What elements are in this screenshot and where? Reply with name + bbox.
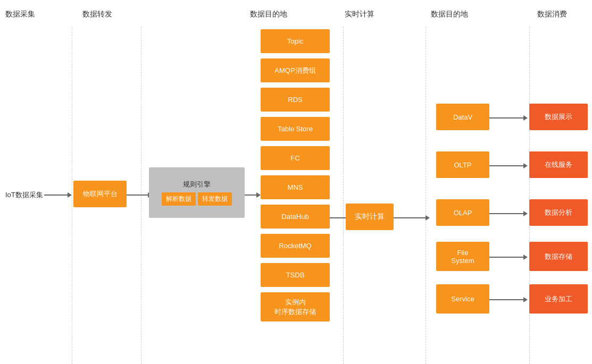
dest2-filesystem: FileSystem [436, 242, 489, 271]
header-col4: 实时计算 [345, 10, 374, 19]
header-col6: 数据消费 [537, 10, 567, 19]
dest-fc: FC [261, 146, 330, 170]
rule-engine-box: 规则引擎 解析数据 转发数据 [149, 167, 245, 218]
header-col5: 数据目的地 [431, 10, 468, 19]
consume-storage: 数据存储 [529, 242, 588, 271]
rule-engine-sub1: 解析数据 [162, 192, 196, 206]
arrow-filesystem-consume [489, 255, 528, 260]
vline-4 [426, 27, 426, 364]
dest2-service: Service [436, 284, 489, 314]
arrow-olap-consume [489, 211, 528, 216]
dest-tablestore: Table Store [261, 117, 330, 141]
dest-rds: RDS [261, 88, 330, 112]
header-col3-left: 数据目的地 [250, 10, 287, 19]
header-col2: 数据转发 [82, 10, 112, 19]
iot-label: IoT数据采集 [5, 190, 43, 200]
dest-datahub: DataHub [261, 205, 330, 228]
vline-3 [343, 27, 344, 364]
realtime-box: 实时计算 [346, 204, 394, 230]
arrow-service-consume [489, 297, 528, 302]
rule-engine-inner: 解析数据 转发数据 [162, 192, 232, 206]
arrow-datav-consume [489, 115, 528, 121]
dest-mns: MNS [261, 175, 330, 199]
platform-box: 物联网平台 [73, 181, 127, 207]
consume-process: 业务加工 [529, 284, 588, 314]
consume-online: 在线服务 [529, 151, 588, 178]
arrow-oltp-consume [489, 163, 528, 168]
arrow-rule-dest [245, 192, 261, 198]
dest-topic: Topic [261, 29, 330, 53]
consume-analysis: 数据分析 [529, 199, 588, 226]
dest2-oltp: OLTP [436, 151, 489, 178]
arrow-platform-rule [127, 192, 152, 198]
header-col1: 数据采集 [5, 10, 35, 19]
arrow-iot-platform [44, 192, 72, 198]
dest2-olap: OLAP [436, 199, 489, 226]
consume-dataviz: 数据展示 [529, 104, 588, 130]
dest-instance-ts: 实例内时序数据存储 [261, 292, 330, 321]
rule-engine-sub2: 转发数据 [198, 192, 232, 206]
arrow-realtime-dest2 [394, 215, 430, 221]
rule-engine-title: 规则引擎 [183, 180, 211, 189]
dest-amqp: AMQP消费组 [261, 58, 330, 82]
dest-tsdb: TSDB [261, 263, 330, 287]
dest-rocketmq: RocketMQ [261, 234, 330, 258]
vline-1 [72, 27, 72, 364]
diagram: 数据采集 数据转发 数据目的地 实时计算 数据目的地 数据消费 IoT数据采集 … [0, 0, 592, 364]
dest2-datav: DataV [436, 104, 489, 130]
